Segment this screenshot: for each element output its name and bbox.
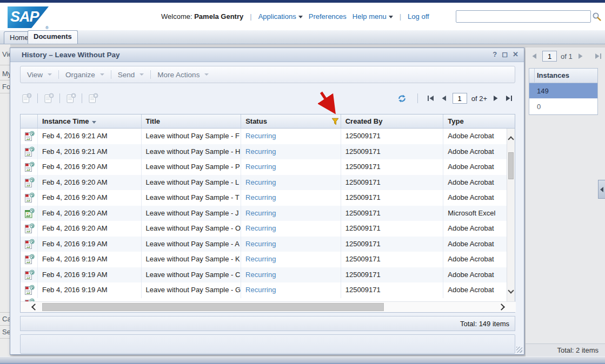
help-button[interactable]: ?	[493, 50, 497, 58]
status-link[interactable]: Recurring	[245, 147, 276, 156]
search-icon[interactable]	[592, 12, 602, 22]
document-type-icon-cell	[21, 252, 38, 267]
column-header-title[interactable]: Title	[142, 114, 242, 128]
table-row[interactable]: Feb 4, 2016 9:20 AM Leave without Pay Sa…	[21, 175, 515, 191]
table-row[interactable]: Feb 4, 2016 9:21 AM Leave without Pay Sa…	[21, 144, 515, 160]
last-page-button[interactable]	[594, 52, 603, 60]
chevron-down-icon	[48, 73, 52, 76]
document-type-icon-cell	[21, 175, 38, 191]
previous-page-button[interactable]	[530, 52, 538, 60]
resume-instance-button[interactable]	[64, 92, 77, 105]
table-row[interactable]: Feb 4, 2016 9:20 AM Leave without Pay Sa…	[21, 190, 515, 206]
history-dialog: History – Leave Without Pay ? ◻ ✕ View O…	[10, 48, 524, 355]
sidebar-item-search[interactable]: Se	[2, 328, 10, 336]
vertical-scrollbar-thumb[interactable]	[508, 152, 514, 179]
status-cell: Recurring	[241, 129, 341, 144]
table-row[interactable]: Feb 4, 2016 9:20 AM Leave without Pay Sa…	[21, 159, 515, 175]
status-link[interactable]: Recurring	[245, 209, 276, 217]
status-link[interactable]: Recurring	[245, 224, 276, 232]
instance-time-cell: Feb 4, 2016 9:21 AM	[38, 129, 142, 144]
dialog-titlebar[interactable]: History – Leave Without Pay ? ◻ ✕	[10, 48, 524, 62]
resize-grip[interactable]	[516, 347, 522, 353]
status-cell: Recurring	[241, 159, 341, 175]
sap-logo-registered-mark: ®	[45, 25, 49, 30]
status-link[interactable]: Recurring	[245, 271, 276, 279]
status-link[interactable]: Recurring	[245, 286, 276, 294]
table-row[interactable]: Feb 4, 2016 9:19 AM Leave without Pay Sa…	[21, 282, 515, 298]
sidebar-item-categories[interactable]: Ca	[2, 315, 10, 323]
nav-separator: |	[249, 12, 252, 21]
scroll-up-arrow[interactable]	[508, 136, 514, 142]
column-header-instance-time[interactable]: Instance Time	[38, 114, 142, 128]
toolbar-divider	[37, 93, 38, 103]
sidebar-divider	[0, 80, 10, 80]
status-link[interactable]: Recurring	[245, 163, 276, 171]
table-row[interactable]: Feb 4, 2016 9:20 AM Leave without Pay Sa…	[21, 221, 515, 237]
pause-instance-button[interactable]	[42, 92, 55, 105]
dialog-title: History – Leave Without Pay	[22, 51, 119, 59]
reschedule-instance-button[interactable]	[87, 92, 99, 105]
view-menu[interactable]: View	[27, 71, 43, 79]
scroll-right-arrow[interactable]	[498, 304, 505, 311]
scroll-left-arrow[interactable]	[31, 304, 38, 311]
view-instance-button[interactable]	[20, 92, 33, 105]
vertical-scrollbar[interactable]	[507, 129, 515, 301]
sap-logo[interactable]: SAP	[8, 6, 49, 28]
created-by-cell: 125009171	[341, 144, 444, 160]
first-page-button[interactable]	[427, 95, 435, 102]
search-input[interactable]	[456, 10, 591, 23]
status-link[interactable]: Recurring	[245, 132, 276, 140]
scroll-down-arrow[interactable]	[508, 287, 514, 293]
log-off-link[interactable]: Log off	[408, 12, 429, 21]
table-row[interactable]: Feb 4, 2016 9:19 AM Leave without Pay Sa…	[21, 267, 515, 283]
horizontal-scrollbar-thumb[interactable]	[42, 303, 384, 311]
document-type-icon-cell	[21, 267, 38, 283]
table-row[interactable]: Feb 4, 2016 9:20 AM Leave without Pay Sa…	[21, 206, 515, 221]
column-header-type[interactable]: Type	[443, 114, 515, 128]
instance-time-cell: Feb 4, 2016 9:20 AM	[38, 206, 142, 221]
created-by-cell: 125009171	[341, 252, 444, 267]
status-cell: Recurring	[241, 221, 341, 237]
sidebar-item-view[interactable]: Vie	[2, 50, 10, 58]
close-button[interactable]: ✕	[513, 50, 518, 58]
status-link[interactable]: Recurring	[245, 255, 276, 263]
table-row[interactable]: Feb 4, 2016 9:19 AM Leave without Pay Sa…	[21, 252, 515, 267]
maximize-button[interactable]: ◻	[502, 50, 508, 58]
next-page-button[interactable]	[576, 52, 585, 60]
page-number-input[interactable]	[453, 93, 467, 104]
instances-count-row[interactable]: 0	[529, 99, 597, 114]
preferences-link[interactable]: Preferences	[309, 12, 347, 21]
instances-panel: of 1 Instances 1490	[526, 48, 605, 343]
applications-menu[interactable]: Applications	[258, 12, 303, 21]
created-by-cell: 125009171	[341, 190, 444, 206]
column-header-created-by[interactable]: Created By	[341, 114, 444, 128]
more-actions-menu[interactable]: More Actions	[157, 71, 200, 79]
status-link[interactable]: Recurring	[245, 178, 276, 186]
table-row[interactable]: Feb 4, 2016 9:21 AM Leave without Pay Sa…	[21, 129, 515, 144]
table-row[interactable]: Feb 4, 2016 9:19 AM Leave without Pay Sa…	[21, 237, 515, 252]
collapse-panel-button[interactable]	[598, 180, 605, 199]
sidebar-item-my[interactable]: My	[2, 70, 10, 78]
created-by-cell: 125009171	[341, 282, 444, 298]
status-link[interactable]: Recurring	[245, 193, 276, 201]
sidebar-item-folders[interactable]: Fol	[2, 83, 10, 91]
send-menu[interactable]: Send	[118, 71, 135, 79]
status-link[interactable]: Recurring	[245, 240, 276, 248]
menu-divider	[58, 70, 59, 79]
organize-menu[interactable]: Organize	[65, 71, 95, 79]
page-number-input[interactable]	[542, 51, 557, 62]
pdf-recurring-icon	[24, 161, 35, 173]
help-menu[interactable]: Help menu	[353, 12, 393, 21]
column-header-status[interactable]: Status	[241, 114, 341, 128]
refresh-button[interactable]	[396, 92, 409, 105]
filter-icon[interactable]	[331, 118, 339, 125]
instances-count-row[interactable]: 149	[529, 83, 597, 99]
created-by-cell: 125009171	[341, 237, 444, 252]
table-pager: of 2+	[396, 92, 515, 105]
type-cell: Adobe Acrobat	[443, 159, 515, 175]
horizontal-scrollbar[interactable]	[21, 301, 516, 312]
next-page-button[interactable]	[491, 95, 500, 102]
last-page-button[interactable]	[504, 95, 513, 102]
tab-documents[interactable]: Documents	[28, 30, 78, 44]
previous-page-button[interactable]	[440, 95, 448, 102]
